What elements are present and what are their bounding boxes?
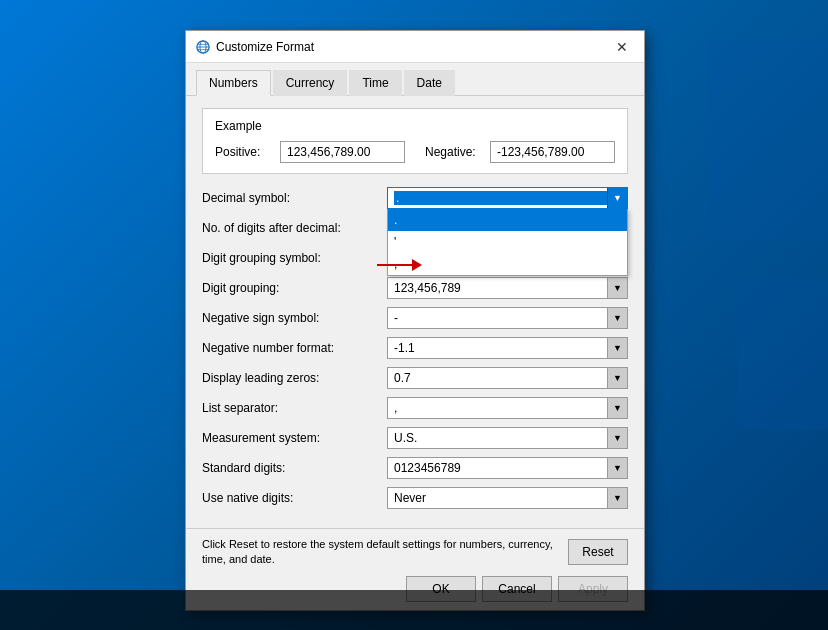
dropdown-list-item-apostrophe[interactable]: ' xyxy=(388,231,627,253)
dialog-title: Customize Format xyxy=(216,40,314,54)
dropdown-standard-digits[interactable]: 0123456789 ▼ xyxy=(387,457,628,479)
dropdown-list-separator-arrow[interactable]: ▼ xyxy=(607,398,627,418)
tabs-container: Numbers Currency Time Date xyxy=(186,63,644,96)
example-row: Positive: 123,456,789.00 Negative: -123,… xyxy=(215,141,615,163)
dropdown-measurement[interactable]: U.S. ▼ xyxy=(387,427,628,449)
dropdown-list-separator-text: , xyxy=(394,401,621,415)
label-negative-format: Negative number format: xyxy=(202,341,387,355)
control-negative-format: -1.1 ▼ xyxy=(387,337,628,359)
footer-note: Click Reset to restore the system defaul… xyxy=(202,537,558,568)
tab-numbers[interactable]: Numbers xyxy=(196,70,271,96)
title-bar-left: Customize Format xyxy=(196,40,314,54)
dropdown-digit-grouping-text: 123,456,789 xyxy=(394,281,621,295)
positive-value: 123,456,789.00 xyxy=(280,141,405,163)
form-row-list-separator: List separator: , ▼ xyxy=(202,396,628,420)
chevron-down-icon: ▼ xyxy=(613,433,622,443)
dropdown-negative-format-arrow[interactable]: ▼ xyxy=(607,338,627,358)
dropdown-negative-sign-text: - xyxy=(394,311,621,325)
control-native-digits: Never ▼ xyxy=(387,487,628,509)
reset-button[interactable]: Reset xyxy=(568,539,628,565)
dropdown-decimal-symbol[interactable]: . ▼ xyxy=(387,187,628,209)
taskbar xyxy=(0,590,828,630)
example-label: Example xyxy=(215,119,615,133)
dropdown-standard-digits-text: 0123456789 xyxy=(394,461,621,475)
tab-time[interactable]: Time xyxy=(349,70,401,96)
form-row-negative-sign: Negative sign symbol: - ▼ xyxy=(202,306,628,330)
dropdown-negative-sign-arrow[interactable]: ▼ xyxy=(607,308,627,328)
dropdown-list-item-comma[interactable]: , xyxy=(388,253,627,275)
dropdown-standard-digits-arrow[interactable]: ▼ xyxy=(607,458,627,478)
dropdown-negative-sign[interactable]: - ▼ xyxy=(387,307,628,329)
form-row-leading-zeros: Display leading zeros: 0.7 ▼ xyxy=(202,366,628,390)
tab-currency[interactable]: Currency xyxy=(273,70,348,96)
negative-value: -123,456,789.00 xyxy=(490,141,615,163)
label-digits-after-decimal: No. of digits after decimal: xyxy=(202,221,387,235)
dropdown-decimal-symbol-text: . xyxy=(394,191,621,205)
control-list-separator: , ▼ xyxy=(387,397,628,419)
dropdown-native-digits-text: Never xyxy=(394,491,621,505)
close-button[interactable]: ✕ xyxy=(610,35,634,59)
chevron-down-icon: ▼ xyxy=(613,403,622,413)
dropdown-leading-zeros[interactable]: 0.7 ▼ xyxy=(387,367,628,389)
dropdown-measurement-text: U.S. xyxy=(394,431,621,445)
form-row-native-digits: Use native digits: Never ▼ xyxy=(202,486,628,510)
dropdown-digit-grouping[interactable]: 123,456,789 ▼ xyxy=(387,277,628,299)
dropdown-list-separator[interactable]: , ▼ xyxy=(387,397,628,419)
form-row-digit-grouping: Digit grouping: 123,456,789 ▼ xyxy=(202,276,628,300)
chevron-down-icon: ▼ xyxy=(613,493,622,503)
dropdown-leading-zeros-text: 0.7 xyxy=(394,371,621,385)
dropdown-leading-zeros-arrow[interactable]: ▼ xyxy=(607,368,627,388)
dropdown-native-digits[interactable]: Never ▼ xyxy=(387,487,628,509)
control-digit-grouping: 123,456,789 ▼ xyxy=(387,277,628,299)
dropdown-digit-grouping-arrow[interactable]: ▼ xyxy=(607,278,627,298)
chevron-down-icon: ▼ xyxy=(613,343,622,353)
label-measurement: Measurement system: xyxy=(202,431,387,445)
form-row-measurement: Measurement system: U.S. ▼ xyxy=(202,426,628,450)
form-row-standard-digits: Standard digits: 0123456789 ▼ xyxy=(202,456,628,480)
control-negative-sign: - ▼ xyxy=(387,307,628,329)
desktop: Customize Format ✕ Numbers Currency Time… xyxy=(0,0,828,630)
dropdown-list-item-dot[interactable]: . xyxy=(388,209,627,231)
control-leading-zeros: 0.7 ▼ xyxy=(387,367,628,389)
chevron-down-icon: ▼ xyxy=(613,373,622,383)
chevron-down-icon: ▼ xyxy=(613,313,622,323)
dropdown-negative-format[interactable]: -1.1 ▼ xyxy=(387,337,628,359)
dropdown-negative-format-text: -1.1 xyxy=(394,341,621,355)
form-area: Decimal symbol: . ▼ . ' , xyxy=(202,186,628,510)
form-row-negative-format: Negative number format: -1.1 ▼ xyxy=(202,336,628,360)
dropdown-native-digits-arrow[interactable]: ▼ xyxy=(607,488,627,508)
label-standard-digits: Standard digits: xyxy=(202,461,387,475)
positive-label: Positive: xyxy=(215,145,270,159)
label-leading-zeros: Display leading zeros: xyxy=(202,371,387,385)
label-native-digits: Use native digits: xyxy=(202,491,387,505)
dropdown-measurement-arrow[interactable]: ▼ xyxy=(607,428,627,448)
example-section: Example Positive: 123,456,789.00 Negativ… xyxy=(202,108,628,174)
chevron-down-icon: ▼ xyxy=(613,463,622,473)
footer-note-area: Click Reset to restore the system defaul… xyxy=(202,537,628,576)
tab-date[interactable]: Date xyxy=(404,70,455,96)
control-decimal-symbol: . ▼ . ' , xyxy=(387,187,628,209)
label-negative-sign: Negative sign symbol: xyxy=(202,311,387,325)
desktop-decoration xyxy=(628,0,828,630)
content-area: Example Positive: 123,456,789.00 Negativ… xyxy=(186,96,644,528)
chevron-down-icon: ▼ xyxy=(613,193,622,203)
title-bar: Customize Format ✕ xyxy=(186,31,644,63)
label-decimal-symbol: Decimal symbol: xyxy=(202,191,387,205)
dropdown-decimal-symbol-list: . ' , xyxy=(387,209,628,276)
globe-icon xyxy=(196,40,210,54)
negative-label: Negative: xyxy=(425,145,480,159)
label-list-separator: List separator: xyxy=(202,401,387,415)
chevron-down-icon: ▼ xyxy=(613,283,622,293)
control-standard-digits: 0123456789 ▼ xyxy=(387,457,628,479)
dropdown-decimal-symbol-arrow[interactable]: ▼ xyxy=(607,188,627,208)
footer-note-text: Click Reset to restore the system defaul… xyxy=(202,538,553,565)
label-digit-grouping: Digit grouping: xyxy=(202,281,387,295)
control-measurement: U.S. ▼ xyxy=(387,427,628,449)
form-row-decimal-symbol: Decimal symbol: . ▼ . ' , xyxy=(202,186,628,210)
dialog-window: Customize Format ✕ Numbers Currency Time… xyxy=(185,30,645,611)
label-digit-grouping-symbol: Digit grouping symbol: xyxy=(202,251,387,265)
